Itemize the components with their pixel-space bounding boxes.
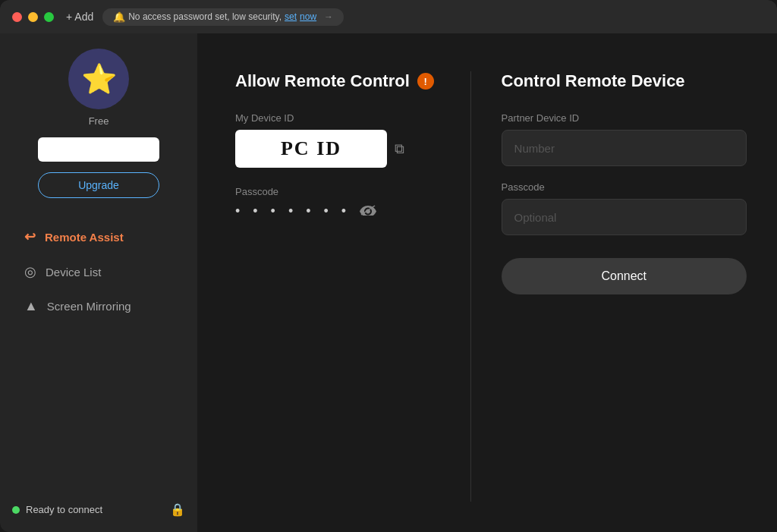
sidebar-item-label: Remote Assist	[45, 231, 124, 244]
upgrade-button[interactable]: Upgrade	[38, 172, 159, 198]
partner-id-group: Partner Device ID	[502, 112, 747, 166]
screen-mirror-icon: ▲	[24, 298, 38, 314]
passcode-row: • • • • • • •	[235, 203, 440, 219]
warning-icon: !	[417, 73, 434, 90]
bell-icon: 🔔	[113, 11, 125, 23]
notification-text: No access password set, low security,	[128, 11, 282, 22]
status-dot	[12, 506, 20, 514]
main-layout: ⭐ Free Upgrade ↩ Remote Assist ◎ Device …	[0, 33, 777, 532]
set-link[interactable]: set	[285, 11, 297, 22]
sidebar-item-label: Device List	[46, 266, 101, 279]
sidebar-item-remote-assist[interactable]: ↩ Remote Assist	[12, 219, 185, 254]
tier-label: Free	[89, 115, 109, 127]
sidebar-item-device-list[interactable]: ◎ Device List	[12, 254, 185, 289]
eye-icon[interactable]	[360, 205, 376, 219]
partner-id-label: Partner Device ID	[502, 112, 747, 124]
status-indicator: Ready to connect	[12, 504, 102, 515]
control-panel-title: Control Remote Device	[502, 71, 747, 91]
title-bar: + Add 🔔 No access password set, low secu…	[0, 0, 777, 33]
remote-assist-icon: ↩	[24, 228, 36, 245]
sidebar: ⭐ Free Upgrade ↩ Remote Assist ◎ Device …	[0, 33, 197, 532]
panel-divider	[470, 71, 471, 502]
app-window: + Add 🔔 No access password set, low secu…	[0, 0, 777, 532]
device-id-box: PC ID	[235, 130, 387, 168]
device-id-label: My Device ID	[235, 112, 440, 124]
add-label: + Add	[66, 11, 93, 23]
lock-icon: 🔒	[170, 502, 185, 517]
star-icon: ⭐	[81, 62, 117, 96]
allow-title-text: Allow Remote Control	[235, 71, 410, 91]
passcode-label-right: Passcode	[502, 181, 747, 193]
account-bar	[38, 137, 159, 162]
nav-items: ↩ Remote Assist ◎ Device List ▲ Screen M…	[0, 219, 197, 323]
passcode-label: Passcode	[235, 186, 440, 197]
passcode-dots: • • • • • • •	[235, 203, 351, 219]
control-remote-panel: Control Remote Device Partner Device ID …	[502, 71, 747, 502]
control-title-text: Control Remote Device	[502, 71, 685, 91]
passcode-group: Passcode	[502, 181, 747, 235]
connect-button[interactable]: Connect	[502, 258, 747, 294]
avatar: ⭐	[68, 49, 129, 109]
add-button[interactable]: + Add	[66, 11, 93, 23]
sidebar-item-screen-mirroring[interactable]: ▲ Screen Mirroring	[12, 289, 185, 323]
passcode-section: Passcode • • • • • • •	[235, 186, 440, 219]
content-area: Allow Remote Control ! My Device ID PC I…	[197, 33, 777, 532]
minimize-button[interactable]	[28, 12, 38, 22]
maximize-button[interactable]	[44, 12, 54, 22]
arrow-icon: →	[324, 11, 333, 22]
device-list-icon: ◎	[24, 263, 36, 280]
now-link[interactable]: now	[300, 11, 316, 22]
partner-id-input[interactable]	[502, 130, 747, 166]
copy-icon[interactable]: ⧉	[395, 141, 404, 157]
passcode-input[interactable]	[502, 199, 747, 235]
status-label: Ready to connect	[26, 504, 102, 515]
notification-bar: 🔔 No access password set, low security, …	[102, 8, 344, 26]
traffic-lights	[12, 12, 54, 22]
sidebar-item-label: Screen Mirroring	[47, 300, 131, 313]
allow-panel-title: Allow Remote Control !	[235, 71, 440, 91]
sidebar-footer: Ready to connect 🔒	[12, 502, 185, 517]
device-id-row: PC ID ⧉	[235, 130, 440, 168]
close-button[interactable]	[12, 12, 22, 22]
allow-remote-panel: Allow Remote Control ! My Device ID PC I…	[235, 71, 440, 502]
